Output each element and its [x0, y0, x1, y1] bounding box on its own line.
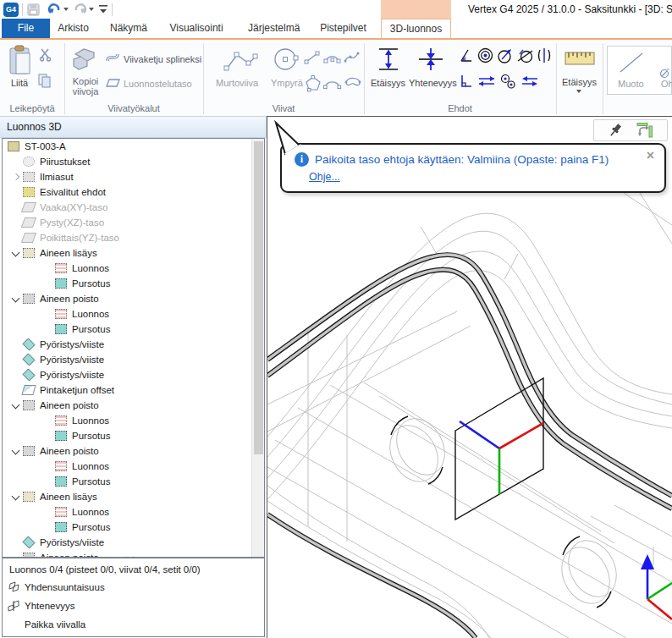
tree-expander-icon[interactable]: [9, 491, 23, 503]
tree-item[interactable]: Pyöristys/viiste: [3, 367, 264, 382]
tree-scrollbar-thumb[interactable]: [254, 141, 263, 454]
tab-arkisto[interactable]: Arkisto: [54, 19, 92, 38]
pin-icon[interactable]: [607, 122, 624, 139]
tree-item[interactable]: Poikittais(YZ)-taso: [3, 230, 264, 245]
copy-icon[interactable]: [38, 74, 52, 89]
viewport-3d[interactable]: [267, 116, 672, 638]
circle-icon[interactable]: [273, 47, 301, 74]
tab-jarjestelma[interactable]: Järjestelmä: [248, 19, 297, 38]
tree-item[interactable]: Pyöristys/viiste: [3, 535, 264, 550]
spline-chain-label[interactable]: Viivaketju splineksi: [124, 54, 201, 64]
tree-scrollbar[interactable]: [251, 139, 264, 557]
tree-item[interactable]: Pyöristys/viiste: [3, 352, 264, 367]
freeform-icon[interactable]: [344, 75, 362, 92]
tree-expander-icon[interactable]: [9, 171, 23, 183]
fillet-icon: [22, 353, 35, 366]
perpendicular-icon[interactable]: [459, 74, 473, 89]
undo-dropdown-icon[interactable]: [63, 8, 69, 11]
polygon-icon[interactable]: [305, 75, 322, 92]
angle-constraint-icon[interactable]: [459, 48, 474, 63]
circle-label[interactable]: Ympyrä: [271, 78, 303, 88]
distance-dim-dropdown-icon[interactable]: [576, 90, 581, 93]
angle-dimension-icon[interactable]: [516, 47, 534, 63]
tree-item[interactable]: Pursotus: [3, 474, 264, 489]
shape-label[interactable]: Muoto: [618, 79, 644, 89]
tree-item[interactable]: Luonnos: [3, 504, 264, 520]
tree-item[interactable]: Aineen lisäys: [3, 245, 264, 261]
arc-icon[interactable]: [323, 50, 342, 65]
arc-tangent-icon[interactable]: [323, 77, 342, 91]
copy-lines-icon[interactable]: [72, 46, 97, 73]
ruler-icon[interactable]: [565, 51, 595, 66]
help-link[interactable]: Ohje...: [309, 171, 340, 183]
line-segment-icon[interactable]: [304, 50, 321, 65]
sketch-plane-icon[interactable]: [106, 78, 120, 88]
partial-label[interactable]: Oh: [661, 79, 672, 89]
tree-expander-icon[interactable]: [9, 247, 23, 259]
spline-chain-icon[interactable]: [106, 52, 120, 63]
spline-icon[interactable]: [344, 48, 361, 65]
tree-expander-icon[interactable]: [9, 445, 23, 457]
symmetry-icon[interactable]: [537, 47, 552, 63]
tree-item[interactable]: Pursotus: [3, 276, 264, 291]
concentric-icon[interactable]: [477, 47, 493, 63]
reposition-icon[interactable]: [636, 122, 654, 139]
tangent-icon[interactable]: [497, 47, 514, 63]
distance-constraint-icon[interactable]: [376, 47, 401, 72]
redo-button[interactable]: [73, 3, 87, 16]
polyline-label[interactable]: Murtoviiva: [216, 78, 258, 88]
coincidence-label[interactable]: Yhtenevyys: [409, 78, 457, 88]
tree-item[interactable]: Pyöristys/viiste: [3, 337, 264, 352]
tree-item[interactable]: Aineen lisäys: [3, 489, 264, 504]
tree-item[interactable]: Pursotus: [3, 322, 264, 337]
tree-item[interactable]: Luonnos: [3, 261, 264, 276]
tree-item[interactable]: Aineen poisto: [3, 398, 264, 413]
tree-item-label: Pursotus: [72, 522, 110, 532]
cut-icon[interactable]: [39, 48, 52, 62]
opposite-arrows-icon[interactable]: [521, 75, 539, 87]
copy-lines-label[interactable]: Kopioiviivoja: [66, 76, 105, 96]
distance-dim-label[interactable]: Etäisyys: [562, 77, 597, 87]
shape-icon[interactable]: [618, 51, 645, 74]
tree-item[interactable]: Ilmiasut: [3, 169, 264, 184]
parallel-icon[interactable]: [477, 75, 496, 87]
tab-visualisointi[interactable]: Visualisointi: [168, 19, 224, 38]
ellipse-partial-icon[interactable]: [659, 69, 671, 79]
constraint-row[interactable]: Yhdensuuntaisuus: [3, 578, 264, 597]
polyline-icon[interactable]: [223, 48, 259, 74]
equal-radius-icon[interactable]: [499, 74, 516, 90]
tree-item[interactable]: Luonnos: [3, 306, 264, 322]
tree-item[interactable]: Pursotus: [3, 520, 264, 535]
tree-item[interactable]: Vaaka(XY)-taso: [3, 200, 264, 215]
save-button[interactable]: [27, 3, 40, 16]
customize-quick-access-icon[interactable]: [98, 4, 108, 14]
tab-3d-luonnos[interactable]: 3D-luonnos: [381, 19, 451, 38]
paste-label[interactable]: Liitä: [11, 78, 28, 88]
constraint-row[interactable]: Yhtenevyys: [3, 597, 264, 615]
constraint-row[interactable]: Paikka viivalla: [3, 615, 264, 634]
tree-expander-icon[interactable]: [9, 293, 23, 305]
tree-item[interactable]: Piirustukset: [3, 154, 264, 169]
tree-item[interactable]: Aineen poisto: [3, 443, 264, 459]
tree-expander-icon[interactable]: [9, 552, 23, 558]
tree-item[interactable]: Pintaketjun offset: [3, 382, 264, 398]
tree-item[interactable]: Pysty(XZ)-taso: [3, 215, 264, 230]
tree-item[interactable]: Esivalitut ehdot: [3, 184, 264, 200]
undo-button[interactable]: [47, 3, 62, 16]
paste-icon[interactable]: [8, 45, 34, 77]
tree-item[interactable]: Luonnos: [3, 459, 264, 474]
tree-item[interactable]: Aineen poisto: [3, 291, 264, 306]
redo-dropdown-icon[interactable]: [89, 8, 94, 11]
distance-constraint-label[interactable]: Etäisyys: [371, 78, 405, 88]
tab-file[interactable]: File: [2, 19, 50, 38]
tree-item[interactable]: Pursotus: [3, 428, 264, 443]
sketch-plane-label[interactable]: Luonnostelutaso: [124, 79, 192, 89]
tree-item[interactable]: Luonnos: [3, 413, 264, 428]
coincidence-icon[interactable]: [416, 47, 445, 72]
tree-expander-icon[interactable]: [9, 399, 23, 411]
tree-item[interactable]: ST-003-A: [3, 139, 264, 154]
balloon-close-icon[interactable]: ×: [647, 149, 654, 162]
app-logo[interactable]: G4: [3, 3, 19, 17]
tab-pistepilvet[interactable]: Pistepilvet: [319, 19, 367, 38]
tab-nakyma[interactable]: Näkymä: [109, 19, 148, 38]
